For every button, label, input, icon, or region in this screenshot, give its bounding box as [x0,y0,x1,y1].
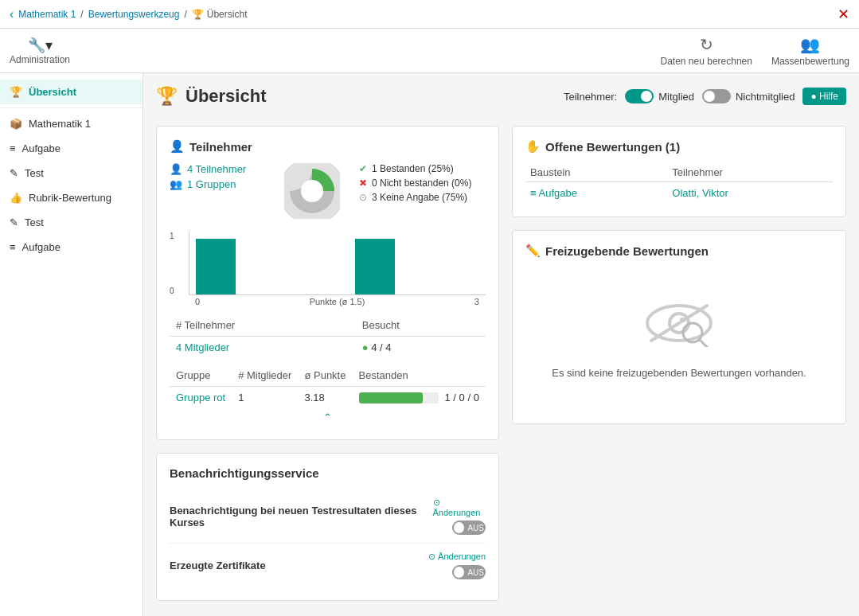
list-icon-aufgabe2: ≡ [10,241,16,253]
legend: ✔ 1 Bestanden (25%) ✖ 0 Nicht bestanden … [359,163,471,203]
group-table: Gruppe # Mitglieder ø Punkte Bestanden G… [170,365,486,408]
offene-card-title: ✋ Offene Bewertungen (1) [525,139,833,154]
group-row: Gruppe rot 1 3.18 1 / 0 / 0 [170,387,486,409]
notification-label-2: Erzeugte Zertifikate [170,559,266,571]
sidebar-item-test1[interactable]: ✎ Test [0,161,143,185]
sidebar-label-rubrik: Rubrik-Bewertung [29,192,111,204]
bar-x-labels: 0 Punkte (ø 1.5) 3 [189,295,486,308]
aus-track-1: AUS [452,520,486,535]
nichtmitglied-toggle[interactable] [702,89,731,103]
legend-keine-angabe: ⊙ 3 Keine Angabe (75%) [359,192,471,203]
sidebar-label-mathematik: Mathematik 1 [29,118,91,130]
legend-nicht-bestanden: ✖ 0 Nicht bestanden (0%) [359,177,471,189]
sidebar: 🏆 Übersicht 📦 Mathematik 1 ≡ Aufgabe ✎ T… [0,73,143,616]
topbar-close[interactable]: ✕ [838,6,849,23]
progress-bar [359,392,439,404]
col-punkte: ø Punkte [298,365,352,387]
bar-chart-area [189,232,486,295]
sidebar-item-uebersicht[interactable]: 🏆 Übersicht [0,80,143,104]
page-header: 🏆 Übersicht Teilnehmer: Mitglied Nichtmi… [156,86,846,107]
aus-toggle-2[interactable]: AUS [452,565,486,579]
aus-track-2: AUS [452,565,486,579]
aus-label-1: AUS [467,524,484,532]
bar-chart: 1 0 0 Punkte (ø 1.5) 3 [170,232,486,308]
notification-right-1: ⊙ Änderungen AUS [433,497,486,535]
adminbar-actions: ↻ Daten neu berechnen 👥 Massenbewertung [661,35,850,67]
frei-empty: Es sind keine freizugebenden Bewertungen… [525,267,833,411]
sidebar-label-uebersicht: Übersicht [29,86,76,98]
teilnehmer-label: Teilnehmer: [564,91,617,103]
aufgabe-link[interactable]: ≡ Aufgabe [530,187,577,199]
offene-row: ≡ Aufgabe Olatti, Viktor [525,182,833,205]
recalculate-icon: ↻ [700,35,713,54]
administration-menu[interactable]: 🔧▾ Administration [10,37,70,65]
close-button[interactable]: ✕ [838,6,849,23]
pencil-icon-test2: ✎ [10,216,18,228]
notification-right-2: ⊙ Änderungen AUS [428,552,486,579]
bar-0 [196,239,236,294]
legend-keine-angabe-text: 3 Keine Angabe (75%) [372,192,467,203]
nichtmitglied-label: Nichtmitglied [736,91,795,103]
page-title-text: Übersicht [185,86,266,107]
aus-toggle-1[interactable]: AUS [452,520,486,535]
breadcrumb-bewertung[interactable]: Bewertungswerkzeug [88,9,180,20]
sidebar-item-aufgabe1[interactable]: ≡ Aufgabe [0,136,143,161]
trophy-icon-breadcrumb: 🏆 [192,9,204,20]
recalculate-label: Daten neu berechnen [661,56,752,67]
mitglied-toggle[interactable] [625,89,654,103]
x-label-0: 0 [195,297,200,306]
stat-teilnehmer-value: 4 Teilnehmer [187,163,246,175]
benachrichtigungsservice-title: Benachrichtigungsservice [170,466,486,480]
aenderungen-link-2[interactable]: ⊙ Änderungen [428,552,486,562]
pencil-icon-frei: ✏️ [525,244,541,258]
list-icon-aufgabe1: ≡ [10,142,16,154]
hilfe-button[interactable]: ● Hilfe [802,88,846,105]
col-gruppe: Gruppe [170,365,232,387]
offene-card: ✋ Offene Bewertungen (1) Baustein Teilne… [512,126,846,217]
content-right: ✋ Offene Bewertungen (1) Baustein Teilne… [512,126,846,601]
sidebar-item-mathematik[interactable]: 📦 Mathematik 1 [0,111,143,136]
breadcrumb-sep1: / [80,9,83,20]
thumb-icon-rubrik: 👍 [10,192,22,204]
y-min-label: 0 [170,287,174,295]
collapse-arrow[interactable]: ⌃ [170,408,486,427]
teilnehmer-name-link[interactable]: Olatti, Viktor [672,187,728,199]
aus-thumb-1 [454,522,464,533]
stat-gruppen-value: 1 Gruppen [187,178,236,190]
search-eye-icon [643,299,715,357]
legend-bestanden: ✔ 1 Bestanden (25%) [359,163,471,174]
mitglieder-link[interactable]: 4 Mitglieder [176,341,229,353]
teilnehmer-top: 👤 4 Teilnehmer 👥 1 Gruppen [170,163,486,219]
sidebar-label-aufgabe2: Aufgabe [22,241,61,253]
teilnehmer-stats: 👤 4 Teilnehmer 👥 1 Gruppen [170,163,265,190]
x-label-avg: Punkte (ø 1.5) [310,297,365,306]
checkmark-icon: ✔ [359,163,367,174]
freizugebende-card-title: ✏️ Freizugebende Bewertungen [525,244,833,258]
mass-rating-label: Massenbewertung [771,56,849,67]
col-besucht: Besucht [356,314,486,337]
benachrichtigungsservice-card: Benachrichtigungsservice Benachrichtigun… [156,453,499,601]
topbar: ‹ Mathematik 1 / Bewertungswerkzeug / 🏆 … [0,0,859,29]
trophy-icon-title: 🏆 [156,86,178,107]
breadcrumb-current: 🏆 Übersicht [192,9,248,20]
adminbar: 🔧▾ Administration ↻ Daten neu berechnen … [0,29,859,73]
breadcrumb-mathematik[interactable]: Mathematik 1 [18,9,76,20]
aufgabe-baustein-text: Aufgabe [538,187,576,199]
trophy-icon-sidebar: 🏆 [10,86,22,98]
back-chevron[interactable]: ‹ [10,7,14,21]
notification-label-1: Benachrichtigung bei neuen Testresultate… [170,505,433,528]
sidebar-label-test2: Test [25,216,44,228]
group-mitglieder-value: 1 [232,387,298,409]
breadcrumb-sep2: / [184,9,186,20]
sidebar-item-test2[interactable]: ✎ Test [0,210,143,235]
aenderungen-link-1[interactable]: ⊙ Änderungen [433,497,486,517]
y-max-label: 1 [170,232,174,240]
col-teilnehmer-offene: Teilnehmer [667,163,833,182]
person-icon-card: 👤 [170,139,185,154]
sidebar-item-rubrik[interactable]: 👍 Rubrik-Bewertung [0,185,143,210]
mass-rating-action[interactable]: 👥 Massenbewertung [771,35,849,67]
cross-icon: ✖ [359,177,367,189]
recalculate-action[interactable]: ↻ Daten neu berechnen [661,35,752,67]
sidebar-item-aufgabe2[interactable]: ≡ Aufgabe [0,235,143,259]
gruppe-rot-link[interactable]: Gruppe rot [176,392,225,404]
